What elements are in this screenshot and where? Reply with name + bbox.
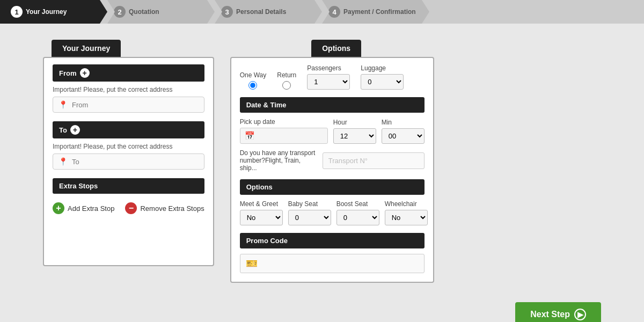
remove-extra-stops-button[interactable]: − Remove Extra Stops bbox=[125, 202, 204, 214]
remove-stop-icon: − bbox=[125, 202, 137, 214]
return-label: Return bbox=[277, 71, 296, 79]
step-3[interactable]: 3 Personal Details bbox=[215, 0, 322, 24]
next-step-button[interactable]: Next Step ▶ bbox=[515, 302, 601, 322]
to-hint: Important! Please, put the correct addre… bbox=[53, 143, 204, 150]
pickup-date-label: Pick up date bbox=[240, 118, 328, 126]
to-input-wrapper: 📍 bbox=[53, 153, 204, 170]
next-step-label: Next Step bbox=[530, 310, 570, 319]
options-tab-label: Options bbox=[311, 40, 361, 57]
options-sub-row: Meet & Greet NoYes Baby Seat 0123 Boost … bbox=[240, 200, 425, 225]
step-2-label: Quotation bbox=[129, 8, 159, 16]
step-4-label: Payment / Confirmation bbox=[343, 8, 416, 16]
transport-input[interactable] bbox=[323, 152, 425, 169]
step-4[interactable]: 4 Payment / Confirmation bbox=[322, 0, 429, 24]
to-section-header: To + bbox=[53, 121, 204, 138]
date-time-section-header: Date & Time bbox=[240, 97, 425, 113]
passengers-group: Passengers 1234 5678 bbox=[307, 64, 350, 90]
step-4-number: 4 bbox=[328, 6, 340, 18]
step-3-number: 3 bbox=[221, 6, 233, 18]
luggage-group: Luggage 012345 bbox=[361, 64, 404, 90]
boost-seat-group: Boost Seat 0123 bbox=[336, 200, 379, 225]
boost-seat-label: Boost Seat bbox=[336, 200, 379, 208]
step-1-number: 1 bbox=[11, 6, 23, 18]
transport-question: Do you have any transport number?Flight,… bbox=[240, 149, 317, 172]
luggage-select[interactable]: 012345 bbox=[361, 74, 404, 90]
to-pin-icon: 📍 bbox=[58, 157, 68, 166]
wheelchair-group: Wheelchair NoYes bbox=[385, 200, 428, 225]
from-hint: Important! Please, put the correct addre… bbox=[53, 86, 204, 93]
wheelchair-label: Wheelchair bbox=[385, 200, 428, 208]
baby-seat-label: Baby Seat bbox=[288, 200, 331, 208]
next-step-arrow-icon: ▶ bbox=[574, 309, 586, 320]
baby-seat-group: Baby Seat 0123 bbox=[288, 200, 331, 225]
step-1[interactable]: 1 Your Journey bbox=[0, 0, 107, 24]
hour-label: Hour bbox=[333, 119, 376, 126]
to-plus-icon[interactable]: + bbox=[70, 125, 80, 135]
from-input[interactable] bbox=[72, 101, 199, 109]
min-select[interactable]: 00051015 20253035 40455055 bbox=[382, 128, 425, 144]
hour-group: Hour 00010203 04050607 08091011 12131415… bbox=[333, 119, 376, 144]
one-way-radio[interactable] bbox=[248, 81, 257, 90]
date-input[interactable] bbox=[258, 132, 323, 140]
from-pin-icon: 📍 bbox=[58, 100, 68, 109]
journey-tab-label: Your Journey bbox=[52, 40, 121, 57]
extra-stops-header: Extra Stops bbox=[53, 178, 204, 194]
step-2[interactable]: 2 Quotation bbox=[107, 0, 215, 24]
trip-type-row: One Way Return Passengers 1234 5678 bbox=[240, 64, 425, 90]
options-panel-title-tab-row: Options bbox=[230, 40, 434, 57]
passengers-label: Passengers bbox=[307, 64, 350, 72]
return-group: Return bbox=[277, 71, 296, 90]
from-label: From bbox=[59, 69, 77, 77]
journey-panel-wrapper: Your Journey From + Important! Please, p… bbox=[43, 40, 214, 283]
meet-greet-group: Meet & Greet NoYes bbox=[240, 200, 283, 225]
boost-seat-select[interactable]: 0123 bbox=[336, 210, 379, 225]
passengers-select[interactable]: 1234 5678 bbox=[307, 74, 350, 90]
add-extra-stop-button[interactable]: + Add Extra Stop bbox=[53, 202, 114, 214]
one-way-label: One Way bbox=[240, 71, 267, 79]
meet-greet-label: Meet & Greet bbox=[240, 200, 283, 208]
add-stop-label: Add Extra Stop bbox=[68, 204, 114, 213]
add-stop-icon: + bbox=[53, 202, 64, 214]
options-panel-wrapper: Options One Way Return Passengers bbox=[230, 40, 434, 283]
remove-stop-label: Remove Extra Stops bbox=[140, 204, 204, 213]
meet-greet-select[interactable]: NoYes bbox=[240, 210, 283, 225]
to-label: To bbox=[59, 126, 67, 134]
promo-section-header: Promo Code bbox=[240, 233, 425, 248]
journey-panel-title-tab: Your Journey bbox=[43, 40, 214, 57]
to-input[interactable] bbox=[72, 158, 199, 166]
return-radio[interactable] bbox=[282, 81, 291, 90]
main-content: Your Journey From + Important! Please, p… bbox=[0, 29, 644, 294]
baby-seat-select[interactable]: 0123 bbox=[288, 210, 331, 225]
options-panel: One Way Return Passengers 1234 5678 bbox=[230, 57, 434, 283]
date-input-wrapper: 📅 bbox=[240, 128, 328, 144]
extra-stops-buttons: + Add Extra Stop − Remove Extra Stops bbox=[53, 200, 204, 216]
step-3-label: Personal Details bbox=[236, 8, 286, 16]
step-1-label: Your Journey bbox=[26, 8, 67, 16]
luggage-label: Luggage bbox=[361, 64, 404, 72]
from-plus-icon[interactable]: + bbox=[80, 68, 90, 78]
next-step-container: Next Step ▶ bbox=[0, 294, 644, 322]
one-way-group: One Way bbox=[240, 71, 267, 90]
calendar-icon: 📅 bbox=[245, 131, 255, 141]
options-body: One Way Return Passengers 1234 5678 bbox=[231, 58, 433, 282]
from-input-wrapper: 📍 bbox=[53, 97, 204, 113]
pickup-date-group: Pick up date 📅 bbox=[240, 118, 328, 144]
hour-select[interactable]: 00010203 04050607 08091011 12131415 1617… bbox=[333, 128, 376, 144]
options-sub-section-header: Options bbox=[240, 179, 425, 195]
step-2-number: 2 bbox=[114, 6, 126, 18]
pickup-row: Pick up date 📅 Hour 00010203 04050607 08… bbox=[240, 118, 425, 144]
min-group: Min 00051015 20253035 40455055 bbox=[382, 119, 425, 144]
transport-row: Do you have any transport number?Flight,… bbox=[240, 149, 425, 172]
min-label: Min bbox=[382, 119, 425, 126]
steps-bar: 1 Your Journey 2 Quotation 3 Personal De… bbox=[0, 0, 644, 24]
promo-input[interactable] bbox=[262, 260, 419, 268]
journey-body: From + Important! Please, put the correc… bbox=[44, 58, 213, 225]
journey-panel: From + Important! Please, put the correc… bbox=[43, 57, 214, 266]
wheelchair-select[interactable]: NoYes bbox=[385, 210, 428, 225]
promo-input-wrapper: 🎫 bbox=[240, 254, 425, 273]
promo-icon: 🎫 bbox=[246, 258, 258, 269]
from-section-header: From + bbox=[53, 64, 204, 82]
